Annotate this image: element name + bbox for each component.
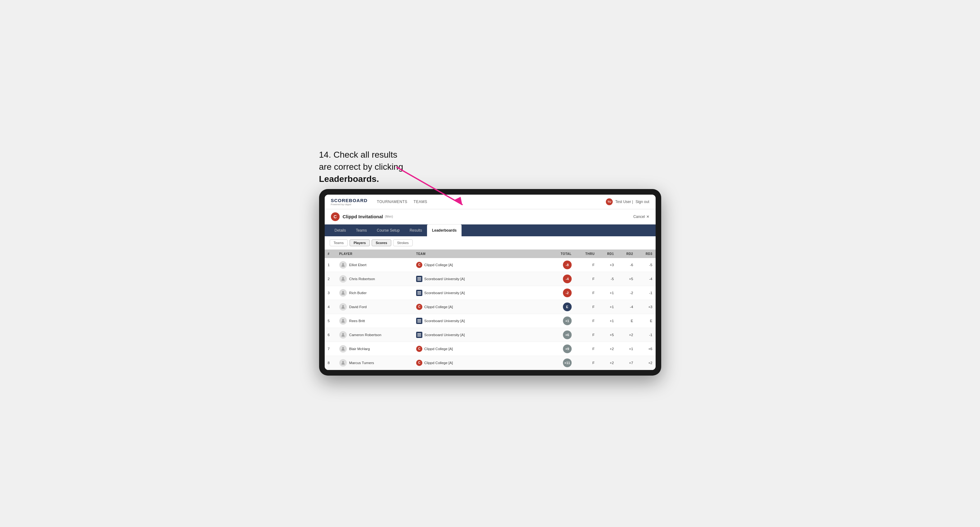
cell-thru: F [575,342,598,356]
cell-thru: F [575,272,598,286]
cell-rd3: +3 [636,300,655,314]
svg-point-3 [342,277,344,279]
col-header-rd1: RD1 [598,250,617,258]
leaderboard-table: # PLAYER TEAM TOTAL THRU RD1 RD2 RD3 1 [325,250,655,370]
player-avatar [339,331,347,338]
instruction-line1: 14. Check all results [319,150,398,159]
tab-course-setup[interactable]: Course Setup [372,224,405,236]
subtab-teams[interactable]: Teams [330,240,348,246]
cancel-button[interactable]: Cancel ✕ [633,214,649,219]
nav-teams[interactable]: TEAMS [414,198,427,205]
cell-thru: F [575,286,598,300]
cell-rank: 4 [325,300,336,314]
score-badge: E [563,303,572,311]
subtab-players[interactable]: Players [350,240,370,246]
col-header-total: TOTAL [544,250,575,258]
cell-team: Scoreboard University [A] [413,272,544,286]
cell-team: C Clippd College [A] [413,258,544,272]
instruction-line3: Leaderboards. [319,174,379,184]
app-header: SCOREBOARD Powered by clippd TOURNAMENTS… [325,195,655,209]
header-right: TU Test User | Sign out [606,198,649,205]
svg-point-5 [342,305,344,306]
player-avatar [339,359,347,367]
table-header: # PLAYER TEAM TOTAL THRU RD1 RD2 RD3 [325,250,655,258]
cell-rd2: -4 [617,300,636,314]
user-label: Test User | [615,200,633,204]
tournament-title: Clippd Invitational [343,214,383,219]
team-logo-clippd: C [416,346,422,352]
cell-rank: 8 [325,356,336,370]
cell-player: Chris Robertson [336,272,413,286]
cell-player: David Ford [336,300,413,314]
tournament-gender: (Men) [385,215,393,218]
cell-rd1: +1 [598,286,617,300]
score-badge: -8 [563,260,572,269]
logo-text: SCOREBOARD [331,198,368,203]
team-name: Clippd College [A] [424,361,453,365]
team-logo-scoreboard [416,276,422,282]
player-avatar [339,275,347,283]
cell-rank: 6 [325,328,336,342]
cell-player: Marcus Turners [336,356,413,370]
tab-teams[interactable]: Teams [351,224,372,236]
cell-thru: F [575,356,598,370]
cell-rd3: E [636,314,655,328]
table-row: 8 Marcus Turners C Clippd College [A] +1… [325,356,655,370]
cell-rd3: -4 [636,272,655,286]
tab-leaderboards[interactable]: Leaderboards [427,224,461,236]
player-avatar [339,317,347,325]
cell-rank: 5 [325,314,336,328]
tournament-header: C Clippd Invitational (Men) Cancel ✕ [325,209,655,224]
logo-sub: Powered by clippd [331,203,368,206]
team-logo-scoreboard [416,332,422,338]
cell-thru: F [575,328,598,342]
cell-team: Scoreboard University [A] [413,314,544,328]
cell-team: C Clippd College [A] [413,300,544,314]
cell-rd1: +1 [598,314,617,328]
cell-rd1: +1 [598,300,617,314]
score-badge: +11 [563,359,572,367]
cell-team: C Clippd College [A] [413,342,544,356]
table-body: 1 Elliot Ebert C Clippd College [A] -8F+… [325,258,655,370]
nav-tournaments[interactable]: TOURNAMENTS [377,198,407,205]
score-badge: +9 [563,344,572,353]
cell-rd1: +2 [598,356,617,370]
cell-team: Scoreboard University [A] [413,286,544,300]
col-header-rd2: RD2 [617,250,636,258]
cell-rd1: -5 [598,272,617,286]
col-header-thru: THRU [575,250,598,258]
player-name: Marcus Turners [349,361,374,365]
sub-tab-filters: Teams Players Scores Strokes [325,236,655,250]
player-avatar [339,303,347,311]
header-nav: TOURNAMENTS TEAMS [377,198,600,205]
subtab-scores[interactable]: Scores [372,240,391,246]
team-logo-clippd: C [416,360,422,366]
player-name: Rees Britt [349,319,365,323]
cell-player: Cameron Robertson [336,328,413,342]
team-name: Scoreboard University [A] [424,291,465,295]
cell-player: Rees Britt [336,314,413,328]
cell-total: E [544,300,575,314]
tournament-logo: C [331,212,340,221]
player-name: Blair McHarg [349,347,370,351]
player-name: Elliot Ebert [349,263,367,267]
cell-total: -2 [544,286,575,300]
score-badge: -4 [563,275,572,283]
team-logo-clippd: C [416,262,422,268]
app-logo: SCOREBOARD Powered by clippd [331,198,368,206]
signout-link[interactable]: Sign out [635,200,649,204]
tablet-frame: SCOREBOARD Powered by clippd TOURNAMENTS… [319,189,661,376]
tab-results[interactable]: Results [405,224,427,236]
table-row: 5 Rees Britt Scoreboard University [A] +… [325,314,655,328]
cell-rd2: -2 [617,286,636,300]
cell-thru: F [575,300,598,314]
subtab-strokes[interactable]: Strokes [393,240,413,246]
tab-details[interactable]: Details [330,224,351,236]
cell-total: +9 [544,342,575,356]
cell-rd2: +7 [617,356,636,370]
team-name: Clippd College [A] [424,305,453,309]
table-row: 1 Elliot Ebert C Clippd College [A] -8F+… [325,258,655,272]
instruction-block: 14. Check all results are correct by cli… [319,149,403,185]
instruction-line2: are correct by clicking [319,162,403,171]
col-header-rd3: RD3 [636,250,655,258]
